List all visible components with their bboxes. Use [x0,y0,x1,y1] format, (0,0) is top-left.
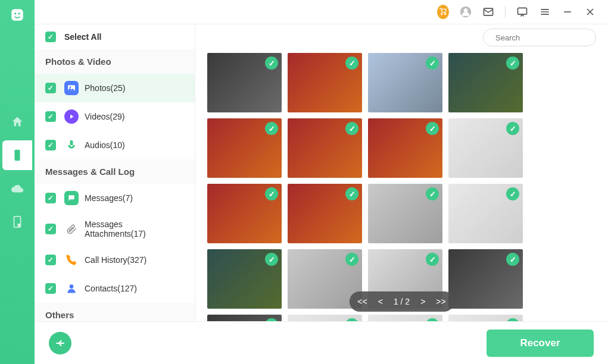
audio-icon [64,138,79,152]
thumbnail[interactable] [288,53,362,112]
check-badge-icon [426,318,439,321]
category-panel: Select All Photos & Video Photos(25) [35,24,195,321]
category-audios[interactable]: Audios(10) [35,131,195,159]
svg-point-2 [18,12,20,14]
thumbnail[interactable] [368,184,442,243]
check-badge-icon [345,187,358,200]
checkbox-icon[interactable] [45,283,56,294]
thumbnail[interactable] [448,315,523,321]
thumbnail[interactable] [207,249,282,309]
thumbnail[interactable] [368,315,442,321]
check-badge-icon [265,318,278,321]
search-input[interactable] [495,33,595,42]
user-icon[interactable] [460,6,472,18]
photo-icon [64,81,79,95]
check-badge-icon [345,57,358,70]
thumbnail-panel: << < 1 / 2 > >> [195,24,608,321]
page-first[interactable]: << [357,297,367,306]
thumbnail[interactable] [207,118,282,178]
category-callhistory[interactable]: Call History(327) [35,246,195,274]
nav-device[interactable] [2,140,32,170]
check-badge-icon [506,122,519,135]
category-label: Messages(7) [85,193,133,203]
thumbnail[interactable] [288,315,362,321]
check-badge-icon [426,187,439,200]
checkbox-icon[interactable] [45,193,56,203]
check-badge-icon [506,187,519,200]
thumbnail[interactable] [207,53,282,112]
category-videos[interactable]: Videos(29) [35,102,195,131]
category-label: Contacts(127) [85,284,137,293]
menu-icon[interactable] [539,6,551,18]
attachment-icon [64,222,79,236]
check-badge-icon [345,253,358,266]
feedback-icon[interactable] [516,6,528,18]
svg-point-12 [70,284,74,288]
category-messages[interactable]: Messages(7) [35,184,195,212]
cart-icon[interactable] [437,6,449,18]
svg-point-11 [70,86,71,88]
message-icon [64,191,79,205]
thumbnail[interactable] [448,249,523,309]
category-attachments[interactable]: Messages Attachments(17) [35,212,195,246]
section-photos-video: Photos & Video [35,49,195,74]
check-badge-icon [345,122,358,135]
thumbnail[interactable] [368,118,442,178]
minimize-icon[interactable] [562,6,573,18]
category-label: Videos(29) [85,112,124,121]
svg-point-5 [17,224,21,227]
checkbox-icon[interactable] [45,255,56,265]
checkbox-icon[interactable] [45,140,56,150]
page-last[interactable]: >> [436,297,445,306]
thumbnail-grid [207,51,596,321]
nav-home[interactable] [2,107,32,137]
thumbnail[interactable] [207,315,282,321]
video-icon [64,109,79,124]
recover-button[interactable]: Recover [487,330,594,357]
select-all-row[interactable]: Select All [35,24,195,49]
check-badge-icon [265,253,278,266]
titlebar-divider [505,6,506,18]
checkbox-icon[interactable] [45,224,56,234]
select-all-checkbox[interactable] [45,32,56,42]
thumbnail[interactable] [288,184,362,243]
nav-cloud[interactable] [2,174,32,203]
thumbnail[interactable] [448,184,523,243]
checkbox-icon[interactable] [45,83,56,93]
page-next[interactable]: > [420,297,425,306]
phone-icon [64,253,79,267]
svg-rect-9 [518,8,527,14]
search-box[interactable] [483,29,596,46]
check-badge-icon [426,253,439,266]
thumbnail[interactable] [448,53,523,112]
check-badge-icon [506,253,519,266]
thumbnail[interactable] [207,184,282,243]
check-badge-icon [265,57,278,70]
svg-point-7 [464,8,468,12]
contact-icon [64,281,79,296]
check-badge-icon [345,318,358,321]
close-icon[interactable] [584,6,596,18]
svg-point-1 [14,12,16,14]
pagination: << < 1 / 2 > >> [349,291,454,312]
nav-system[interactable] [2,207,32,237]
page-prev[interactable]: < [378,297,383,306]
checkbox-icon[interactable] [45,111,56,122]
category-label: Messages Attachments(17) [85,219,184,239]
page-label: 1 / 2 [394,297,410,306]
mail-icon[interactable] [482,6,494,18]
category-label: Call History(327) [85,255,146,265]
category-contacts[interactable]: Contacts(127) [35,274,195,303]
svg-rect-3 [14,150,20,161]
category-label: Photos(25) [85,83,125,93]
category-label: Audios(10) [85,140,125,150]
thumbnail[interactable] [368,53,442,112]
category-photos[interactable]: Photos(25) [35,74,195,102]
thumbnail[interactable] [288,118,362,178]
check-badge-icon [265,122,278,135]
app-logo-icon [8,6,26,24]
sidebar-nav [0,0,35,364]
back-button[interactable] [49,332,71,354]
check-badge-icon [506,318,519,321]
thumbnail[interactable] [448,118,523,178]
